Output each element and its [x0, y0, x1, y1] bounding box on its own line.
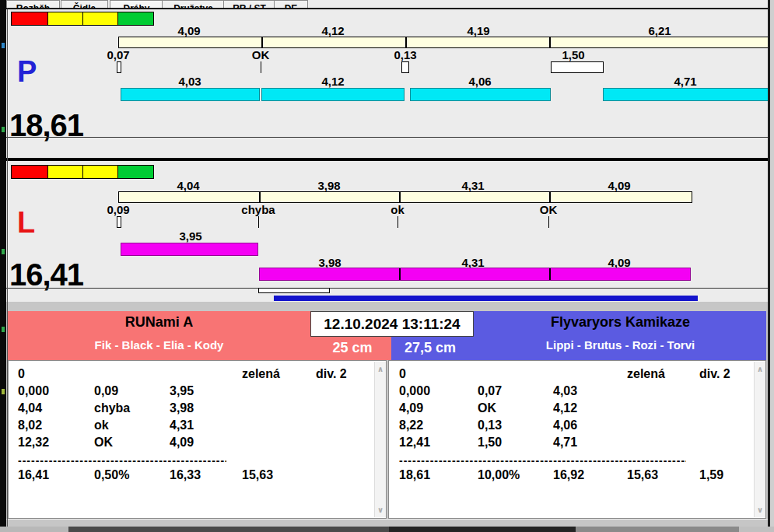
table-cell: 4,09	[399, 401, 423, 415]
p-top-split-label: 4,12	[298, 24, 368, 37]
table-cell: div. 2	[699, 367, 730, 381]
status-light-yellow	[82, 165, 118, 179]
l-split-bar-first	[121, 243, 258, 256]
l-mark-label: OK	[513, 203, 583, 216]
p-mark-label: 0,07	[83, 48, 153, 61]
table-total-cell: 16,41	[18, 468, 49, 482]
p-mark-label: 0,13	[370, 48, 440, 61]
table-cell: 12,41	[399, 436, 430, 450]
edge-mark	[2, 43, 5, 48]
table-cell: ok	[94, 418, 109, 432]
lane-l-letter: L	[17, 206, 35, 240]
table-separator: ----------------------------------------…	[399, 454, 686, 464]
l-mark-tick-line	[398, 216, 398, 228]
tabbar-divider	[6, 8, 771, 9]
scroll-down-icon[interactable]: ∨	[375, 506, 386, 514]
table-cell: 8,02	[18, 418, 42, 432]
status-light-red	[11, 165, 48, 179]
table-separator: ----------------------------------------…	[18, 454, 226, 464]
bar-divider	[549, 37, 551, 47]
taskbar-segment	[0, 527, 68, 532]
p-bottom-split-label: 4,12	[298, 75, 368, 88]
p-top-split-bar	[118, 37, 769, 48]
table-total-cell: 10,00%	[478, 468, 520, 482]
panel-divider-thick	[6, 158, 771, 161]
table-total-cell: 18,61	[399, 468, 430, 482]
table-cell: 0,07	[478, 384, 502, 398]
table-cell: 4,31	[170, 418, 194, 432]
table-cell: 4,09	[170, 436, 194, 450]
scroll-down-icon[interactable]: ∨	[755, 506, 765, 514]
l-first-split-label: 3,95	[156, 229, 226, 243]
team-left-dogs: Fik - Black - Elia - Kody	[8, 338, 310, 352]
l-top-split-label: 4,04	[153, 179, 223, 192]
edge-window-strip	[0, 0, 6, 532]
table-cell: OK	[94, 436, 113, 450]
left-result-table: 0 zelená div. 2 0,000 0,09 3,95 4,04 chy…	[8, 360, 387, 519]
table-cell: 4,04	[18, 401, 42, 415]
datetime-display: 12.10.2024 13:11:24	[310, 311, 474, 337]
table-cell: 1,50	[478, 436, 502, 450]
table-cell: 4,12	[553, 401, 577, 415]
team-left-jump-height: 25 cm	[313, 340, 391, 356]
p-mark-tick-box	[117, 61, 121, 73]
table-cell: 4,71	[553, 436, 577, 450]
window-left-border	[7, 9, 8, 527]
l-top-split-bar	[118, 191, 692, 203]
left-table-scrollbar[interactable]: ∧ ∨	[374, 362, 386, 517]
right-table-scrollbar[interactable]: ∧ ∨	[754, 362, 765, 517]
team-right-dogs: Lippi - Brutus - Rozi - Torvi	[475, 338, 766, 352]
bar-divider	[261, 37, 263, 47]
scroll-up-icon[interactable]: ∧	[375, 365, 386, 373]
panel-divider	[6, 137, 771, 138]
table-cell: 0	[18, 367, 25, 381]
bar-divider	[399, 268, 401, 280]
edge-mark	[2, 327, 5, 332]
l-top-split-label: 3,98	[294, 179, 364, 192]
p-bottom-split-label: 4,03	[155, 75, 225, 88]
p-mark-label: 1,50	[538, 48, 608, 61]
table-cell: 3,98	[170, 401, 194, 415]
table-cell: 12,32	[18, 436, 49, 450]
status-light-yellow	[47, 12, 83, 26]
p-split-bar-segment	[603, 88, 769, 101]
taskbar-segment	[576, 527, 739, 532]
status-light-yellow	[47, 165, 83, 179]
team-right-name: Flyvaryors Kamikaze	[475, 314, 766, 331]
p-split-bar-segment	[410, 88, 551, 101]
table-cell: 0	[399, 367, 406, 381]
scroll-up-icon[interactable]: ∧	[755, 365, 765, 373]
taskbar-segment	[389, 527, 576, 532]
bar-divider	[405, 37, 407, 47]
p-mark-tick-line	[261, 61, 261, 73]
table-total-cell: 16,33	[170, 468, 201, 482]
status-light-red	[11, 12, 48, 26]
p-top-split-label: 4,19	[443, 24, 513, 37]
table-cell: 8,22	[399, 418, 423, 432]
table-cell: chyba	[94, 401, 130, 415]
window-right-margin	[770, 0, 774, 527]
right-result-table: 0 zelená div. 2 0,000 0,07 4,03 4,09 OK …	[388, 360, 766, 519]
table-cell: 3,95	[170, 384, 194, 398]
lane-p-letter: P	[17, 55, 37, 89]
edge-mark	[2, 249, 5, 254]
table-cell: 0,000	[18, 384, 49, 398]
status-light-green	[117, 165, 154, 179]
edge-mark	[2, 127, 5, 132]
l-mark-tick-box	[117, 216, 121, 228]
l-mark-label: chyba	[223, 203, 293, 216]
p-bottom-split-label: 4,06	[445, 75, 515, 88]
progress-bar	[274, 296, 698, 301]
l-mark-tick-line	[258, 216, 259, 228]
table-total-cell: 16,92	[553, 468, 584, 482]
team-right-jump-height: 27,5 cm	[391, 340, 469, 356]
bar-divider	[399, 192, 401, 202]
l-top-split-label: 4,09	[584, 179, 654, 192]
table-cell: 4,03	[553, 384, 577, 398]
l-split-bar-rest	[259, 268, 691, 281]
table-cell: div. 2	[316, 367, 347, 381]
p-top-split-label: 4,09	[154, 24, 224, 37]
panel-divider	[6, 288, 771, 289]
table-cell: 0,13	[478, 418, 502, 432]
table-total-cell: 15,63	[242, 468, 273, 482]
